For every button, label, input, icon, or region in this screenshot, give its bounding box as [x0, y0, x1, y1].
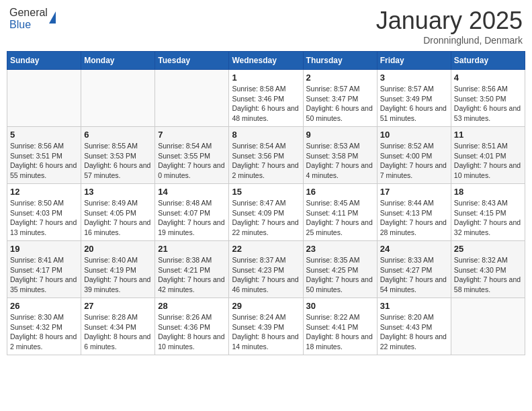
day-cell-3-2: 21 Sunrise: 8:38 AMSunset: 4:21 PMDaylig…: [155, 241, 229, 298]
day-cell-2-6: 18 Sunrise: 8:43 AMSunset: 4:15 PMDaylig…: [451, 184, 525, 241]
logo: General Blue: [9, 7, 56, 31]
day-number: 9: [306, 130, 374, 140]
day-number: 30: [306, 301, 374, 311]
day-cell-0-2: [155, 70, 229, 127]
day-info: Sunrise: 8:33 AMSunset: 4:27 PMDaylight:…: [380, 255, 448, 295]
day-cell-1-5: 10 Sunrise: 8:52 AMSunset: 4:00 PMDaylig…: [377, 127, 451, 184]
title-block: January 2025 Dronninglund, Denmark: [376, 7, 523, 46]
day-cell-0-0: [7, 70, 81, 127]
day-number: 31: [380, 301, 448, 311]
day-info: Sunrise: 8:54 AMSunset: 3:56 PMDaylight:…: [232, 141, 300, 181]
logo-icon: [49, 11, 56, 24]
day-info: Sunrise: 8:20 AMSunset: 4:43 PMDaylight:…: [380, 312, 448, 352]
header-sunday: Sunday: [7, 52, 81, 70]
day-number: 10: [380, 130, 448, 140]
day-cell-0-1: [81, 70, 155, 127]
day-cell-2-3: 15 Sunrise: 8:47 AMSunset: 4:09 PMDaylig…: [229, 184, 303, 241]
month-title: January 2025: [376, 7, 523, 35]
logo-general: General: [9, 7, 48, 18]
day-number: 11: [454, 130, 522, 140]
day-number: 14: [158, 187, 226, 197]
day-number: 19: [10, 244, 78, 254]
day-number: 29: [232, 301, 300, 311]
day-info: Sunrise: 8:58 AMSunset: 3:46 PMDaylight:…: [232, 84, 300, 124]
header-monday: Monday: [81, 52, 155, 70]
header-tuesday: Tuesday: [155, 52, 229, 70]
week-row-4: 19 Sunrise: 8:41 AMSunset: 4:17 PMDaylig…: [7, 241, 525, 298]
day-info: Sunrise: 8:40 AMSunset: 4:19 PMDaylight:…: [84, 255, 152, 295]
day-number: 26: [10, 301, 78, 311]
day-cell-2-0: 12 Sunrise: 8:50 AMSunset: 4:03 PMDaylig…: [7, 184, 81, 241]
day-number: 12: [10, 187, 78, 197]
day-cell-4-3: 29 Sunrise: 8:24 AMSunset: 4:39 PMDaylig…: [229, 298, 303, 355]
day-cell-0-6: 4 Sunrise: 8:56 AMSunset: 3:50 PMDayligh…: [451, 70, 525, 127]
day-info: Sunrise: 8:51 AMSunset: 4:01 PMDaylight:…: [454, 141, 522, 181]
day-number: 3: [380, 73, 448, 83]
day-cell-0-4: 2 Sunrise: 8:57 AMSunset: 3:47 PMDayligh…: [303, 70, 377, 127]
day-number: 20: [84, 244, 152, 254]
day-cell-3-3: 22 Sunrise: 8:37 AMSunset: 4:23 PMDaylig…: [229, 241, 303, 298]
day-info: Sunrise: 8:28 AMSunset: 4:34 PMDaylight:…: [84, 312, 152, 352]
day-number: 25: [454, 244, 522, 254]
day-number: 17: [380, 187, 448, 197]
day-number: 13: [84, 187, 152, 197]
calendar-table: Sunday Monday Tuesday Wednesday Thursday…: [7, 51, 525, 355]
day-number: 21: [158, 244, 226, 254]
day-info: Sunrise: 8:54 AMSunset: 3:55 PMDaylight:…: [158, 141, 226, 181]
day-number: 24: [380, 244, 448, 254]
day-info: Sunrise: 8:45 AMSunset: 4:11 PMDaylight:…: [306, 198, 374, 238]
location: Dronninglund, Denmark: [376, 35, 523, 46]
day-info: Sunrise: 8:32 AMSunset: 4:30 PMDaylight:…: [454, 255, 522, 295]
day-number: 18: [454, 187, 522, 197]
day-number: 7: [158, 130, 226, 140]
day-number: 16: [306, 187, 374, 197]
day-cell-4-1: 27 Sunrise: 8:28 AMSunset: 4:34 PMDaylig…: [81, 298, 155, 355]
day-cell-3-6: 25 Sunrise: 8:32 AMSunset: 4:30 PMDaylig…: [451, 241, 525, 298]
day-number: 27: [84, 301, 152, 311]
day-cell-3-5: 24 Sunrise: 8:33 AMSunset: 4:27 PMDaylig…: [377, 241, 451, 298]
day-number: 6: [84, 130, 152, 140]
header-saturday: Saturday: [451, 52, 525, 70]
day-info: Sunrise: 8:57 AMSunset: 3:47 PMDaylight:…: [306, 84, 374, 124]
day-number: 8: [232, 130, 300, 140]
day-info: Sunrise: 8:57 AMSunset: 3:49 PMDaylight:…: [380, 84, 448, 124]
header-friday: Friday: [377, 52, 451, 70]
header-thursday: Thursday: [303, 52, 377, 70]
day-cell-1-4: 9 Sunrise: 8:53 AMSunset: 3:58 PMDayligh…: [303, 127, 377, 184]
day-cell-1-0: 5 Sunrise: 8:56 AMSunset: 3:51 PMDayligh…: [7, 127, 81, 184]
day-cell-1-6: 11 Sunrise: 8:51 AMSunset: 4:01 PMDaylig…: [451, 127, 525, 184]
day-info: Sunrise: 8:56 AMSunset: 3:50 PMDaylight:…: [454, 84, 522, 124]
day-info: Sunrise: 8:43 AMSunset: 4:15 PMDaylight:…: [454, 198, 522, 238]
day-info: Sunrise: 8:30 AMSunset: 4:32 PMDaylight:…: [10, 312, 78, 352]
day-info: Sunrise: 8:48 AMSunset: 4:07 PMDaylight:…: [158, 198, 226, 238]
week-row-3: 12 Sunrise: 8:50 AMSunset: 4:03 PMDaylig…: [7, 184, 525, 241]
day-cell-2-4: 16 Sunrise: 8:45 AMSunset: 4:11 PMDaylig…: [303, 184, 377, 241]
day-info: Sunrise: 8:49 AMSunset: 4:05 PMDaylight:…: [84, 198, 152, 238]
logo-text: General Blue: [9, 7, 48, 31]
day-info: Sunrise: 8:53 AMSunset: 3:58 PMDaylight:…: [306, 141, 374, 181]
day-cell-0-5: 3 Sunrise: 8:57 AMSunset: 3:49 PMDayligh…: [377, 70, 451, 127]
day-info: Sunrise: 8:47 AMSunset: 4:09 PMDaylight:…: [232, 198, 300, 238]
day-number: 22: [232, 244, 300, 254]
week-row-2: 5 Sunrise: 8:56 AMSunset: 3:51 PMDayligh…: [7, 127, 525, 184]
day-cell-1-1: 6 Sunrise: 8:55 AMSunset: 3:53 PMDayligh…: [81, 127, 155, 184]
day-info: Sunrise: 8:50 AMSunset: 4:03 PMDaylight:…: [10, 198, 78, 238]
day-cell-4-4: 30 Sunrise: 8:22 AMSunset: 4:41 PMDaylig…: [303, 298, 377, 355]
day-number: 5: [10, 130, 78, 140]
day-cell-3-1: 20 Sunrise: 8:40 AMSunset: 4:19 PMDaylig…: [81, 241, 155, 298]
day-cell-2-2: 14 Sunrise: 8:48 AMSunset: 4:07 PMDaylig…: [155, 184, 229, 241]
day-number: 1: [232, 73, 300, 83]
header-wednesday: Wednesday: [229, 52, 303, 70]
day-info: Sunrise: 8:38 AMSunset: 4:21 PMDaylight:…: [158, 255, 226, 295]
day-number: 23: [306, 244, 374, 254]
day-cell-4-2: 28 Sunrise: 8:26 AMSunset: 4:36 PMDaylig…: [155, 298, 229, 355]
day-number: 15: [232, 187, 300, 197]
day-cell-1-3: 8 Sunrise: 8:54 AMSunset: 3:56 PMDayligh…: [229, 127, 303, 184]
day-cell-4-5: 31 Sunrise: 8:20 AMSunset: 4:43 PMDaylig…: [377, 298, 451, 355]
day-cell-1-2: 7 Sunrise: 8:54 AMSunset: 3:55 PMDayligh…: [155, 127, 229, 184]
day-number: 2: [306, 73, 374, 83]
day-info: Sunrise: 8:24 AMSunset: 4:39 PMDaylight:…: [232, 312, 300, 352]
day-number: 4: [454, 73, 522, 83]
day-info: Sunrise: 8:41 AMSunset: 4:17 PMDaylight:…: [10, 255, 78, 295]
day-cell-4-0: 26 Sunrise: 8:30 AMSunset: 4:32 PMDaylig…: [7, 298, 81, 355]
